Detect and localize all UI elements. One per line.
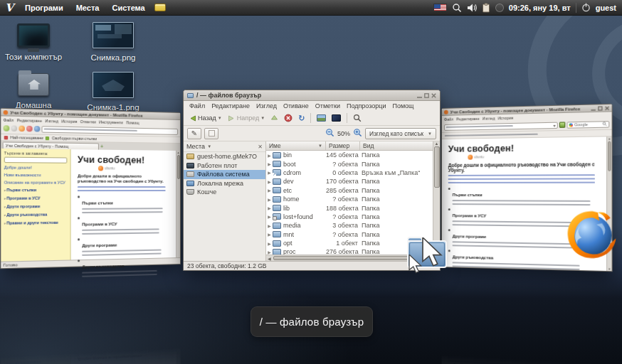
menu-tabs[interactable]: Подпрозорци (344, 102, 389, 109)
menu-item[interactable]: Редактиране (456, 116, 480, 121)
file-row[interactable]: ▶lib188 обектаПапка (266, 203, 433, 212)
menu-item[interactable]: Отметки (80, 119, 96, 124)
file-row[interactable]: ▶media3 обектаПапка (266, 221, 433, 230)
distro-logo-icon[interactable]: V (0, 1, 19, 15)
column-size[interactable]: Размер (326, 141, 360, 150)
file-row[interactable]: ▶bin145 обектаПапка (266, 151, 433, 159)
home-button[interactable] (315, 114, 328, 122)
power-icon[interactable] (581, 3, 591, 12)
places-header[interactable]: Места▼ ✕ (184, 141, 265, 152)
file-row[interactable]: ▶dev170 обектаПапка (266, 177, 433, 186)
minimize-icon[interactable] (417, 93, 422, 98)
notes-button[interactable] (204, 128, 218, 139)
close-icon[interactable] (431, 93, 436, 98)
menu-view[interactable]: Изглед (253, 102, 280, 109)
back-button[interactable]: Назад▼ (186, 114, 224, 123)
column-name[interactable]: Име▼ (266, 141, 326, 150)
zoom-out-button[interactable] (325, 127, 334, 140)
menu-item[interactable]: История (498, 115, 514, 120)
desktop-icon-snimka[interactable]: Снимка.png (83, 22, 144, 63)
desktop-icon-snimka1[interactable]: Снимка-1.png (83, 72, 144, 112)
menu-item[interactable]: Изглед (45, 118, 58, 123)
sidebar-link[interactable]: Добре дошли! (4, 164, 68, 171)
window-titlebar[interactable]: / — файлов браузър (184, 90, 440, 101)
menu-item[interactable]: Инструменти (99, 119, 123, 124)
firefox-window-right[interactable]: Учи Свободен с Убунту - помощен документ… (441, 104, 613, 272)
chevron-down-icon[interactable]: ▾ (554, 122, 556, 127)
menu-places[interactable]: Места (70, 0, 106, 16)
stop-button[interactable] (282, 113, 295, 123)
firefox-window-left[interactable]: Учи Свободен с Убунту - помощен документ… (0, 108, 181, 269)
back-icon[interactable] (4, 125, 10, 132)
file-row[interactable]: ▶boot? обектаПапка (266, 159, 433, 168)
scrollbar-thumb[interactable] (273, 256, 416, 260)
place-trash[interactable]: Кошче (184, 188, 265, 197)
sidebar-search-input[interactable] (4, 157, 68, 164)
yellow-folder-icon[interactable] (154, 4, 166, 11)
sidebar-link[interactable]: Нови възможности (4, 172, 68, 178)
file-row[interactable]: ▶lost+found? обектаПапка (266, 213, 433, 221)
view-mode-select[interactable]: Изглед като списък▼ (365, 128, 436, 139)
menu-applications[interactable]: Програми (19, 0, 70, 16)
menu-item[interactable]: Файл (4, 117, 14, 122)
address-bar[interactable] (41, 126, 178, 135)
close-sidebar-icon[interactable]: ✕ (258, 144, 263, 150)
search-icon[interactable] (603, 122, 607, 126)
sidebar-link[interactable]: Описание на програмите в УСУ (4, 179, 68, 186)
menu-go[interactable]: Отиване (280, 102, 312, 109)
keyboard-layout-flag-icon[interactable] (433, 4, 447, 11)
address-bar[interactable]: ▾ (444, 122, 558, 130)
forward-button[interactable]: Напред▼ (226, 114, 267, 123)
cursor-icon[interactable] (408, 255, 423, 274)
panel-clock[interactable]: 09:26, яну 19, вт (509, 4, 571, 12)
column-type[interactable]: Вид (360, 141, 433, 150)
sidebar-link[interactable]: ▸Правни и други текстове (4, 220, 68, 227)
maximize-icon[interactable] (598, 106, 602, 110)
sidebar-link[interactable]: ▸Други програми (4, 203, 68, 210)
reload-button[interactable]: ↻ (296, 114, 307, 123)
menu-item[interactable]: Файл (444, 117, 453, 121)
file-row[interactable]: ▶cdrom0 обектаВръзка към „Папка“ (266, 168, 433, 177)
menu-item[interactable]: Редактиране (17, 117, 42, 122)
menu-bookmarks[interactable]: Отметки (312, 102, 343, 109)
place-desktop[interactable]: Работен плот (184, 161, 265, 171)
menu-help[interactable]: Помощ (389, 102, 416, 109)
panel-username[interactable]: guest (596, 4, 616, 12)
menu-system[interactable]: Система (105, 0, 151, 16)
notification-icon[interactable] (495, 4, 504, 12)
menu-file[interactable]: Файл (186, 102, 208, 109)
file-browser-window[interactable]: / — файлов браузър Файл Редактиране Изгл… (183, 90, 441, 271)
sidebar-link[interactable]: ▸Първи стъпки (4, 187, 68, 194)
bookmark-item[interactable]: Свободни първи стъпки (52, 136, 97, 141)
search-box[interactable]: Google (566, 121, 609, 129)
file-row[interactable]: ▶etc285 обектаПапка (266, 186, 433, 195)
scrollbar-vertical[interactable]: ▲ (176, 151, 180, 257)
maximize-icon[interactable] (424, 93, 429, 98)
clipboard-icon[interactable] (482, 3, 490, 13)
minimize-icon[interactable] (591, 106, 595, 110)
menu-item[interactable]: История (61, 119, 77, 124)
forward-icon[interactable] (11, 125, 17, 132)
close-icon[interactable] (605, 106, 609, 110)
volume-icon[interactable] (467, 4, 477, 12)
place-guest-home[interactable]: guest-home.gMek7O (184, 152, 265, 161)
search-button[interactable] (351, 113, 364, 123)
new-tab-icon[interactable]: + (100, 143, 103, 149)
place-network[interactable]: Локална мрежа (184, 179, 265, 188)
search-icon[interactable] (452, 3, 462, 13)
edit-location-button[interactable]: ✎ (187, 128, 201, 139)
menu-item[interactable]: Помощ (126, 120, 139, 124)
zoom-in-button[interactable] (353, 127, 362, 140)
computer-button[interactable] (330, 114, 343, 122)
home-icon[interactable] (34, 126, 41, 132)
stop-icon[interactable] (26, 126, 33, 132)
up-button[interactable] (268, 114, 280, 123)
sidebar-link[interactable]: ▸Програми в УСУ (4, 195, 68, 202)
menu-edit[interactable]: Редактиране (209, 102, 253, 109)
reload-icon[interactable] (19, 126, 25, 132)
scrollbar-thumb[interactable] (434, 146, 440, 188)
desktop-icon-computer[interactable]: Този компютър (4, 23, 63, 62)
file-row[interactable]: ▶home? обектаПапка (266, 195, 433, 203)
bookmark-item[interactable]: Най-посещавани (10, 135, 43, 140)
menu-item[interactable]: Изглед (483, 116, 495, 120)
